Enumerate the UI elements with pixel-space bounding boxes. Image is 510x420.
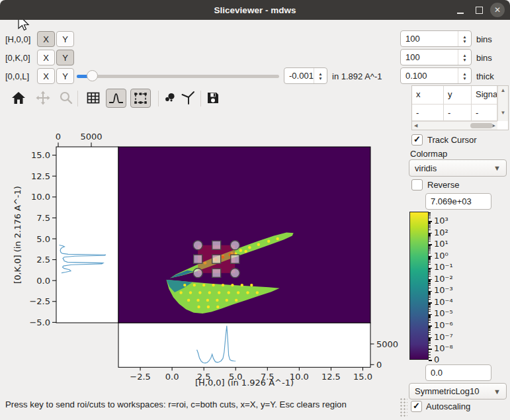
x-tick-label: −2.5 (130, 372, 151, 382)
dim-label-00l: [0,0,L] (5, 71, 29, 81)
splitter-handle[interactable] (400, 398, 407, 417)
roi-icon (131, 89, 150, 107)
bragg-peak-dot (196, 299, 199, 302)
maximize-button[interactable] (472, 3, 486, 17)
spin-arrows-icon[interactable]: ▲▼ (314, 68, 327, 83)
spin-arrows-icon[interactable]: ▲▼ (458, 50, 471, 65)
bragg-peak-dot (202, 284, 205, 286)
table-cell: - (412, 105, 444, 121)
peaks-overlay-button[interactable] (163, 90, 179, 108)
y-tick-label: −2.5 (29, 296, 50, 306)
save-icon (205, 90, 221, 106)
grid-button[interactable] (85, 90, 101, 108)
roi-corner-handle[interactable] (193, 241, 202, 250)
close-icon: ✕ (494, 5, 501, 15)
bragg-peak-dot (267, 240, 270, 243)
table-horizontal-scrollbar[interactable]: ◀ ▶ (412, 121, 497, 130)
0k0-x-button[interactable]: X (37, 50, 55, 65)
00l-y-button[interactable]: Y (56, 68, 74, 84)
minimize-icon (457, 13, 464, 14)
scroll-up-icon[interactable]: ▲ (498, 87, 508, 93)
table-vertical-scrollbar[interactable]: ▲▼ (497, 86, 508, 121)
track-cursor-label: Track Cursor (427, 135, 477, 145)
h00-bins-spinbox[interactable]: 100 ▲▼ (400, 30, 472, 47)
bragg-peak-dot (189, 291, 192, 294)
bragg-peak-dot (198, 291, 201, 294)
roi-corner-handle[interactable] (193, 269, 202, 278)
bragg-peak-dot (257, 243, 260, 246)
clim-max-input[interactable]: 7.069e+03 (425, 193, 491, 210)
line-cuts-icon (106, 89, 126, 107)
home-button[interactable] (11, 90, 26, 108)
home-icon (11, 90, 26, 106)
0k0-bins-spinbox[interactable]: 100 ▲▼ (400, 49, 472, 65)
line-cuts-toggle-button[interactable] (106, 89, 126, 108)
cursor-info-table: x y Signal - - - ▲▼ ◀ ▶ (411, 85, 509, 130)
y-cut-plot[interactable] (56, 147, 118, 323)
non-orthogonal-axes-button[interactable] (180, 89, 197, 108)
roi-edge-handle[interactable] (231, 255, 239, 263)
scroll-down-icon[interactable]: ▼ (498, 110, 508, 116)
bragg-peak-dot (193, 284, 196, 286)
bragg-peak-dot (231, 284, 234, 286)
scrollbar-handle[interactable] (470, 123, 493, 128)
toolbar-separator (200, 91, 201, 106)
x-cut-plot[interactable] (118, 323, 370, 367)
x-axis-label: [H,0,0] (in 1.926 A^-1) (195, 378, 294, 388)
reverse-checkbox[interactable] (411, 179, 423, 190)
minimize-button[interactable] (453, 3, 468, 17)
bragg-peak-dot (187, 299, 190, 302)
slice-value-spinbox[interactable]: -0.001 ▲▼ (284, 67, 327, 84)
slice-slider-track[interactable] (77, 75, 279, 78)
zoom-button[interactable] (58, 90, 74, 108)
roi-edge-handle[interactable] (194, 255, 202, 263)
clim-min-input[interactable]: 0.0 (425, 364, 491, 381)
cut-right-tick-label: 5000 (376, 339, 398, 349)
toolbar-separator (158, 91, 159, 106)
y-tick-label: 15.0 (31, 150, 50, 160)
scroll-left-icon[interactable]: ◀ (414, 123, 417, 128)
spin-arrows-icon[interactable]: ▲▼ (458, 31, 471, 46)
0k0-y-button[interactable]: Y (56, 50, 74, 65)
00l-x-button[interactable]: X (37, 68, 55, 84)
close-button[interactable]: ✕ (490, 3, 505, 17)
window-title: Sliceviewer - mdws (214, 5, 296, 15)
h00-bins-label: bins (476, 34, 492, 44)
scale-type-select[interactable]: SymmetricLog10 ▼ (409, 383, 507, 399)
toolbar-separator (77, 91, 78, 106)
bragg-peak-dot (216, 306, 219, 308)
spin-arrows-icon[interactable]: ▲▼ (458, 68, 471, 83)
roi-edge-handle[interactable] (212, 269, 221, 277)
roi-edge-handle[interactable] (212, 241, 221, 249)
bragg-peak-dot (239, 249, 242, 252)
bragg-peak-dot (208, 291, 211, 294)
colormap-select[interactable]: viridis ▼ (409, 159, 507, 177)
roi-edge-handle[interactable] (212, 255, 221, 263)
dim-label-0k0: [0,K,0] (5, 53, 30, 63)
roi-toggle-button[interactable] (130, 89, 151, 108)
h00-y-button[interactable]: Y (56, 31, 74, 47)
bragg-peak-dot (241, 284, 243, 286)
y-tick-label: −5.0 (29, 317, 50, 327)
pan-icon (35, 90, 51, 106)
table-cell: - (444, 105, 472, 121)
track-cursor-checkbox[interactable]: ✓ (411, 134, 423, 146)
table-cell: - (472, 105, 497, 121)
pan-button[interactable] (35, 90, 51, 108)
roi-corner-handle[interactable] (230, 241, 239, 250)
titlebar: Sliceviewer - mdws ✕ (0, 0, 510, 20)
maximize-icon (476, 7, 483, 14)
chevron-down-icon: ▼ (493, 388, 501, 396)
autoscaling-checkbox[interactable]: ✓ (411, 401, 422, 412)
h00-x-button[interactable]: X (37, 31, 55, 47)
non-orthogonal-axes-icon (180, 89, 197, 106)
slice-slider-handle[interactable] (87, 70, 98, 81)
y-tick-label: 2.5 (36, 255, 50, 265)
cut-right-tick-label: 0 (376, 360, 382, 370)
status-message: Press key to send roi/cuts to workspaces… (5, 399, 347, 409)
save-button[interactable] (205, 90, 221, 108)
y-tick-label: 0.0 (36, 276, 50, 286)
thickness-spinbox[interactable]: 0.100 ▲▼ (400, 67, 472, 84)
0k0-bins-label: bins (476, 53, 492, 63)
roi-corner-handle[interactable] (230, 269, 239, 278)
